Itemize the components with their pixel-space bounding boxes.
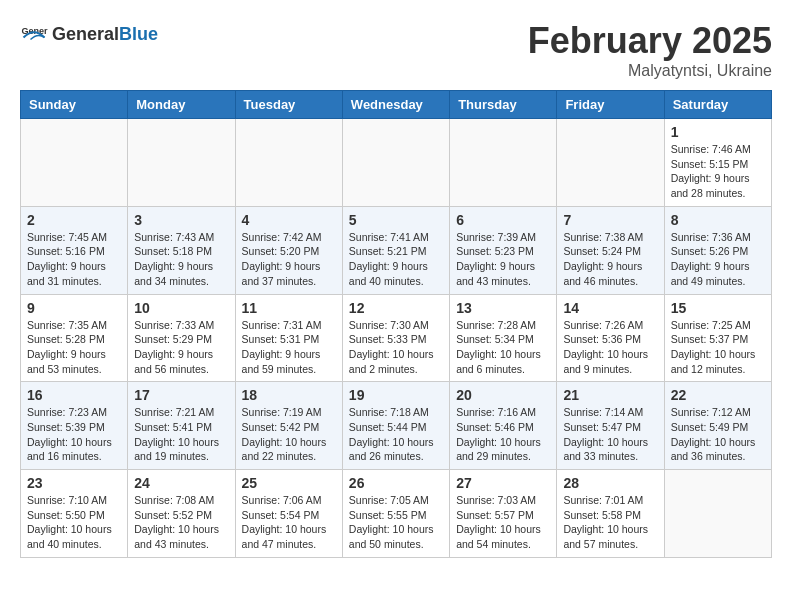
day-number: 15 [671,300,765,316]
day-info: Sunrise: 7:05 AM Sunset: 5:55 PM Dayligh… [349,494,434,550]
day-number: 23 [27,475,121,491]
calendar-day-cell: 22Sunrise: 7:12 AM Sunset: 5:49 PM Dayli… [664,382,771,470]
calendar-header-row: SundayMondayTuesdayWednesdayThursdayFrid… [21,91,772,119]
calendar-day-cell: 6Sunrise: 7:39 AM Sunset: 5:23 PM Daylig… [450,206,557,294]
weekday-header: Thursday [450,91,557,119]
day-number: 7 [563,212,657,228]
day-number: 8 [671,212,765,228]
day-number: 9 [27,300,121,316]
calendar-day-cell: 28Sunrise: 7:01 AM Sunset: 5:58 PM Dayli… [557,470,664,558]
day-info: Sunrise: 7:18 AM Sunset: 5:44 PM Dayligh… [349,406,434,462]
calendar-day-cell: 21Sunrise: 7:14 AM Sunset: 5:47 PM Dayli… [557,382,664,470]
calendar-day-cell: 1Sunrise: 7:46 AM Sunset: 5:15 PM Daylig… [664,119,771,207]
calendar-day-cell [557,119,664,207]
day-number: 27 [456,475,550,491]
weekday-header: Friday [557,91,664,119]
calendar-week-row: 23Sunrise: 7:10 AM Sunset: 5:50 PM Dayli… [21,470,772,558]
day-number: 25 [242,475,336,491]
calendar-day-cell: 19Sunrise: 7:18 AM Sunset: 5:44 PM Dayli… [342,382,449,470]
calendar-day-cell: 26Sunrise: 7:05 AM Sunset: 5:55 PM Dayli… [342,470,449,558]
day-number: 22 [671,387,765,403]
day-info: Sunrise: 7:43 AM Sunset: 5:18 PM Dayligh… [134,231,214,287]
day-number: 4 [242,212,336,228]
day-info: Sunrise: 7:25 AM Sunset: 5:37 PM Dayligh… [671,319,756,375]
day-info: Sunrise: 7:26 AM Sunset: 5:36 PM Dayligh… [563,319,648,375]
day-number: 2 [27,212,121,228]
calendar-day-cell [664,470,771,558]
calendar-table: SundayMondayTuesdayWednesdayThursdayFrid… [20,90,772,558]
day-number: 11 [242,300,336,316]
day-number: 21 [563,387,657,403]
day-number: 17 [134,387,228,403]
day-info: Sunrise: 7:14 AM Sunset: 5:47 PM Dayligh… [563,406,648,462]
day-info: Sunrise: 7:10 AM Sunset: 5:50 PM Dayligh… [27,494,112,550]
day-info: Sunrise: 7:46 AM Sunset: 5:15 PM Dayligh… [671,143,751,199]
calendar-day-cell: 14Sunrise: 7:26 AM Sunset: 5:36 PM Dayli… [557,294,664,382]
calendar-day-cell: 16Sunrise: 7:23 AM Sunset: 5:39 PM Dayli… [21,382,128,470]
calendar-day-cell [342,119,449,207]
location: Malyatyntsi, Ukraine [528,62,772,80]
calendar-day-cell: 9Sunrise: 7:35 AM Sunset: 5:28 PM Daylig… [21,294,128,382]
day-info: Sunrise: 7:42 AM Sunset: 5:20 PM Dayligh… [242,231,322,287]
calendar-day-cell: 13Sunrise: 7:28 AM Sunset: 5:34 PM Dayli… [450,294,557,382]
day-number: 10 [134,300,228,316]
day-number: 5 [349,212,443,228]
logo-icon: General [20,20,48,48]
day-info: Sunrise: 7:35 AM Sunset: 5:28 PM Dayligh… [27,319,107,375]
weekday-header: Saturday [664,91,771,119]
calendar-day-cell [21,119,128,207]
day-number: 20 [456,387,550,403]
day-info: Sunrise: 7:31 AM Sunset: 5:31 PM Dayligh… [242,319,322,375]
weekday-header: Monday [128,91,235,119]
calendar-day-cell: 15Sunrise: 7:25 AM Sunset: 5:37 PM Dayli… [664,294,771,382]
day-number: 3 [134,212,228,228]
calendar-week-row: 9Sunrise: 7:35 AM Sunset: 5:28 PM Daylig… [21,294,772,382]
calendar-day-cell: 23Sunrise: 7:10 AM Sunset: 5:50 PM Dayli… [21,470,128,558]
day-info: Sunrise: 7:33 AM Sunset: 5:29 PM Dayligh… [134,319,214,375]
calendar-day-cell: 8Sunrise: 7:36 AM Sunset: 5:26 PM Daylig… [664,206,771,294]
day-info: Sunrise: 7:03 AM Sunset: 5:57 PM Dayligh… [456,494,541,550]
day-info: Sunrise: 7:45 AM Sunset: 5:16 PM Dayligh… [27,231,107,287]
calendar-day-cell: 12Sunrise: 7:30 AM Sunset: 5:33 PM Dayli… [342,294,449,382]
calendar-day-cell: 17Sunrise: 7:21 AM Sunset: 5:41 PM Dayli… [128,382,235,470]
calendar-day-cell: 4Sunrise: 7:42 AM Sunset: 5:20 PM Daylig… [235,206,342,294]
day-number: 1 [671,124,765,140]
day-number: 16 [27,387,121,403]
calendar-day-cell [235,119,342,207]
day-info: Sunrise: 7:16 AM Sunset: 5:46 PM Dayligh… [456,406,541,462]
day-info: Sunrise: 7:21 AM Sunset: 5:41 PM Dayligh… [134,406,219,462]
calendar-day-cell: 25Sunrise: 7:06 AM Sunset: 5:54 PM Dayli… [235,470,342,558]
day-number: 12 [349,300,443,316]
day-info: Sunrise: 7:06 AM Sunset: 5:54 PM Dayligh… [242,494,327,550]
page-header: General GeneralBlue February 2025 Malyat… [20,20,772,80]
calendar-day-cell: 3Sunrise: 7:43 AM Sunset: 5:18 PM Daylig… [128,206,235,294]
calendar-day-cell: 24Sunrise: 7:08 AM Sunset: 5:52 PM Dayli… [128,470,235,558]
day-info: Sunrise: 7:39 AM Sunset: 5:23 PM Dayligh… [456,231,536,287]
day-info: Sunrise: 7:23 AM Sunset: 5:39 PM Dayligh… [27,406,112,462]
calendar-week-row: 16Sunrise: 7:23 AM Sunset: 5:39 PM Dayli… [21,382,772,470]
calendar-week-row: 1Sunrise: 7:46 AM Sunset: 5:15 PM Daylig… [21,119,772,207]
day-number: 26 [349,475,443,491]
day-number: 19 [349,387,443,403]
day-number: 28 [563,475,657,491]
day-number: 13 [456,300,550,316]
calendar-day-cell: 11Sunrise: 7:31 AM Sunset: 5:31 PM Dayli… [235,294,342,382]
day-info: Sunrise: 7:30 AM Sunset: 5:33 PM Dayligh… [349,319,434,375]
day-info: Sunrise: 7:28 AM Sunset: 5:34 PM Dayligh… [456,319,541,375]
day-number: 18 [242,387,336,403]
day-number: 24 [134,475,228,491]
weekday-header: Wednesday [342,91,449,119]
day-info: Sunrise: 7:12 AM Sunset: 5:49 PM Dayligh… [671,406,756,462]
weekday-header: Sunday [21,91,128,119]
calendar-day-cell: 5Sunrise: 7:41 AM Sunset: 5:21 PM Daylig… [342,206,449,294]
day-info: Sunrise: 7:01 AM Sunset: 5:58 PM Dayligh… [563,494,648,550]
calendar-day-cell [450,119,557,207]
calendar-day-cell: 10Sunrise: 7:33 AM Sunset: 5:29 PM Dayli… [128,294,235,382]
calendar-day-cell: 7Sunrise: 7:38 AM Sunset: 5:24 PM Daylig… [557,206,664,294]
logo: General GeneralBlue [20,20,158,48]
calendar-day-cell [128,119,235,207]
day-number: 14 [563,300,657,316]
calendar-week-row: 2Sunrise: 7:45 AM Sunset: 5:16 PM Daylig… [21,206,772,294]
logo-general: GeneralBlue [52,24,158,45]
calendar-day-cell: 27Sunrise: 7:03 AM Sunset: 5:57 PM Dayli… [450,470,557,558]
